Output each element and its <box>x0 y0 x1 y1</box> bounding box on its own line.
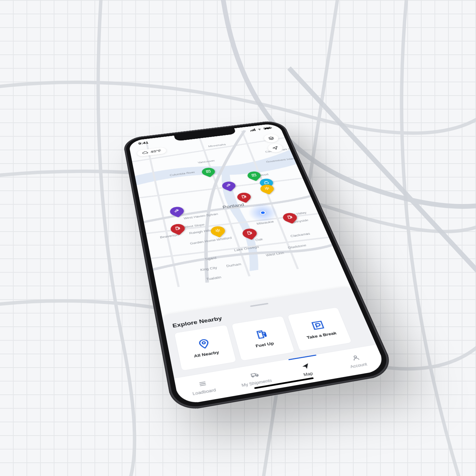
list-icon <box>197 379 208 389</box>
weather-temp: 48°F <box>150 149 162 154</box>
tab-label: Loadboard <box>192 388 216 396</box>
svg-line-7 <box>268 188 269 189</box>
svg-point-18 <box>354 356 357 358</box>
svg-line-6 <box>265 188 266 188</box>
svg-line-8 <box>265 189 267 189</box>
svg-line-13 <box>219 231 220 231</box>
tab-label: Account <box>350 362 368 369</box>
svg-rect-17 <box>312 321 323 329</box>
truck-icon <box>249 371 260 380</box>
layers-icon <box>267 136 275 140</box>
battery-icon <box>263 127 271 130</box>
status-time: 9:41 <box>138 141 149 146</box>
svg-text:P: P <box>207 170 210 173</box>
svg-line-9 <box>267 187 269 188</box>
card-label: Take a Break <box>306 330 337 340</box>
tab-label: Map <box>303 371 313 377</box>
map-pin-repair[interactable] <box>169 206 185 219</box>
person-icon <box>350 354 362 363</box>
svg-line-15 <box>218 230 220 230</box>
status-icons <box>250 126 271 131</box>
signal-icon <box>250 129 256 131</box>
svg-text:P: P <box>253 174 256 176</box>
explore-card-take-a-break[interactable]: Take a Break <box>287 307 352 351</box>
svg-line-10 <box>217 229 218 230</box>
navigation-icon <box>271 146 279 150</box>
svg-line-4 <box>267 187 267 188</box>
sheet-drag-handle[interactable] <box>250 303 268 307</box>
map-pin-fuel[interactable] <box>170 223 186 236</box>
svg-line-5 <box>267 189 268 189</box>
svg-line-12 <box>216 230 217 231</box>
svg-line-14 <box>216 231 217 232</box>
explore-card-all-nearby[interactable]: All Nearby <box>174 325 237 371</box>
nav-icon <box>300 362 311 372</box>
svg-line-11 <box>218 231 218 232</box>
cloud-icon <box>142 151 149 155</box>
wifi-icon <box>256 128 262 131</box>
svg-point-16 <box>202 341 205 344</box>
card-label: Fuel Up <box>255 341 274 348</box>
explore-card-fuel-up[interactable]: Fuel Up <box>231 316 295 361</box>
phone-screen: 9:41 <box>128 123 387 406</box>
phone-frame: 9:41 <box>122 120 397 413</box>
card-label: All Nearby <box>193 350 219 358</box>
